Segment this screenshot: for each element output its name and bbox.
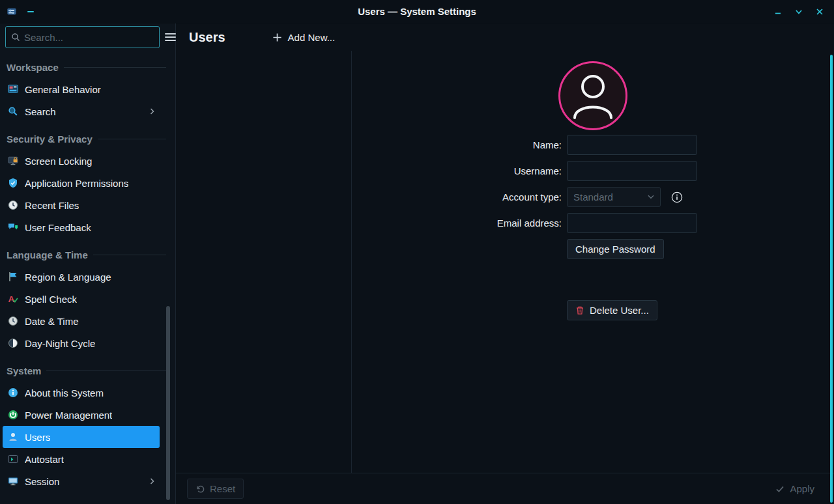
apply-button[interactable]: Apply xyxy=(767,479,823,499)
sidebar-item-general-behavior[interactable]: General Behavior xyxy=(3,78,160,100)
minimize-icon xyxy=(774,8,782,16)
close-icon xyxy=(816,8,824,16)
sidebar-item-region-language[interactable]: Region & Language xyxy=(3,266,160,288)
page-title: Users xyxy=(189,30,225,45)
chevron-right-icon xyxy=(150,478,154,484)
trash-icon xyxy=(575,305,584,315)
avatar[interactable] xyxy=(558,61,627,130)
sidebar-item-recent-files[interactable]: Recent Files xyxy=(3,194,160,216)
screen-locking-icon xyxy=(8,156,18,166)
account-type-info-button[interactable] xyxy=(671,191,683,203)
account-type-label: Account type: xyxy=(352,191,562,203)
day-night-cycle-icon xyxy=(8,338,18,348)
add-new-button[interactable]: Add New... xyxy=(272,32,336,43)
check-icon xyxy=(775,484,784,494)
section-header-security-privacy: Security & Privacy xyxy=(0,122,175,150)
delete-user-button[interactable]: Delete User... xyxy=(567,300,657,320)
sidebar-item-users[interactable]: Users xyxy=(3,426,160,448)
sidebar-item-about-this-system[interactable]: About this System xyxy=(3,382,160,404)
undo-icon xyxy=(195,484,205,494)
search-input[interactable] xyxy=(24,32,154,43)
search-icon xyxy=(11,32,20,42)
titlebar-dash-icon xyxy=(25,7,36,17)
sidebar-item-day-night-cycle[interactable]: Day-Night Cycle xyxy=(3,332,160,354)
sidebar-item-user-feedback[interactable]: User Feedback xyxy=(3,216,160,238)
app-icon xyxy=(7,7,17,17)
region-language-icon xyxy=(8,272,18,282)
user-list[interactable] xyxy=(176,51,352,473)
content-area: Users Add New... Name: xyxy=(176,23,834,504)
sidebar-item-session[interactable]: Session xyxy=(3,470,160,492)
section-header-system: System xyxy=(0,354,175,382)
chevron-down-icon xyxy=(795,8,803,16)
sidebar-item-spell-check[interactable]: A Spell Check xyxy=(3,288,160,310)
spell-check-icon: A xyxy=(8,294,18,304)
close-button[interactable] xyxy=(814,7,825,17)
search-box xyxy=(5,26,160,48)
sidebar-item-autostart[interactable]: Autostart xyxy=(3,448,160,470)
plus-icon xyxy=(272,33,282,42)
person-icon xyxy=(560,63,626,128)
sidebar-item-date-time[interactable]: Date & Time xyxy=(3,310,160,332)
minimize-button[interactable] xyxy=(773,7,783,17)
chevron-right-icon xyxy=(150,108,154,115)
info-circle-icon xyxy=(671,191,683,203)
date-time-icon xyxy=(8,316,18,326)
info-icon xyxy=(8,387,18,398)
application-permissions-icon xyxy=(8,178,18,188)
sidebar-nav: Workspace General Behavior Search xyxy=(0,51,175,504)
maximize-button[interactable] xyxy=(794,7,804,17)
general-behavior-icon xyxy=(8,84,18,94)
recent-files-icon xyxy=(8,200,18,210)
sidebar-scrollbar-thumb[interactable] xyxy=(166,306,170,500)
username-field[interactable] xyxy=(567,161,697,181)
users-icon xyxy=(8,432,18,442)
autostart-icon xyxy=(8,454,18,464)
email-field[interactable] xyxy=(567,213,697,233)
power-icon xyxy=(8,410,18,420)
user-form: Name: Username: Account type: Standard xyxy=(352,135,834,320)
search-settings-icon xyxy=(8,106,18,117)
sidebar-scrollbar[interactable] xyxy=(166,23,170,504)
name-field[interactable] xyxy=(567,135,697,155)
name-label: Name: xyxy=(352,139,562,150)
window: Users — System Settings xyxy=(0,0,834,504)
reset-button[interactable]: Reset xyxy=(187,479,244,499)
sidebar-item-power-management[interactable]: Power Management xyxy=(3,404,160,426)
window-title: Users — System Settings xyxy=(0,6,834,17)
change-password-button[interactable]: Change Password xyxy=(567,239,664,259)
footer-bar: Reset Apply xyxy=(176,473,834,504)
section-header-language-time: Language & Time xyxy=(0,238,175,266)
sidebar: Workspace General Behavior Search xyxy=(0,23,176,504)
svg-text:A: A xyxy=(8,294,15,304)
username-label: Username: xyxy=(352,165,562,176)
sidebar-item-screen-locking[interactable]: Screen Locking xyxy=(3,150,160,172)
user-detail-panel: Name: Username: Account type: Standard xyxy=(352,51,834,473)
content-header: Users Add New... xyxy=(176,23,834,51)
titlebar: Users — System Settings xyxy=(0,0,834,23)
user-feedback-icon xyxy=(8,222,18,232)
email-label: Email address: xyxy=(352,217,562,229)
content-scrollbar[interactable] xyxy=(830,55,833,503)
sidebar-item-application-permissions[interactable]: Application Permissions xyxy=(3,172,160,194)
account-type-select[interactable]: Standard xyxy=(567,187,661,207)
session-icon xyxy=(8,476,18,486)
sidebar-item-search[interactable]: Search xyxy=(3,100,160,122)
chevron-down-icon xyxy=(648,195,654,199)
section-header-workspace: Workspace xyxy=(0,51,175,78)
